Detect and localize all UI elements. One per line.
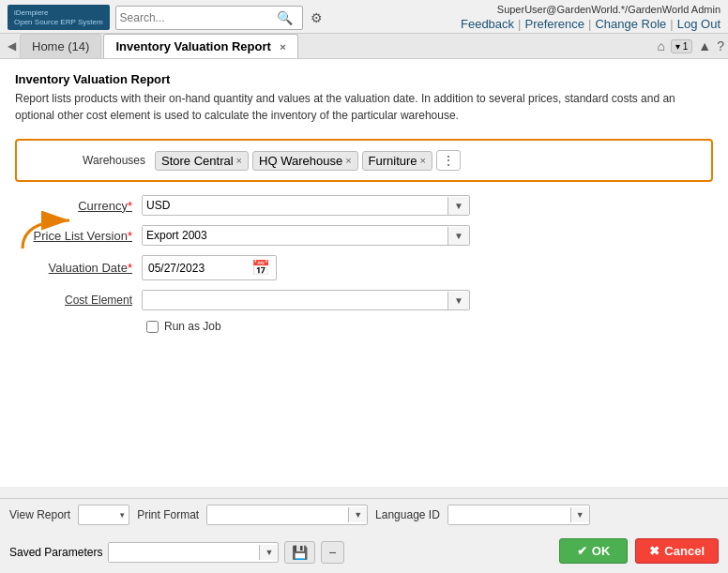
tab-inventory-valuation[interactable]: Inventory Valuation Report × xyxy=(103,34,297,58)
price-list-dropdown-arrow[interactable]: ▼ xyxy=(447,227,469,245)
cost-element-row: Cost Element ▼ xyxy=(15,290,713,310)
user-info: SuperUser@GardenWorld.*/GardenWorld Admi… xyxy=(497,4,720,15)
print-format-select[interactable] xyxy=(207,505,348,524)
log-out-link[interactable]: Log Out xyxy=(677,17,720,31)
logo-sub: Open Source ERP System xyxy=(14,18,103,27)
language-id-dropdown-arrow[interactable]: ▼ xyxy=(570,507,589,522)
currency-label: Currency* xyxy=(15,199,142,213)
saved-parameters-dropdown-arrow[interactable]: ▼ xyxy=(259,545,278,560)
saved-parameters-wrapper: ▼ xyxy=(108,542,279,563)
view-report-label: View Report xyxy=(9,508,70,521)
currency-dropdown-arrow[interactable]: ▼ xyxy=(447,197,469,215)
tag-furniture: Furniture × xyxy=(362,151,432,171)
saved-parameters-row: Saved Parameters ▼ 💾 − xyxy=(9,541,344,564)
logo: iDempiere Open Source ERP System xyxy=(8,5,110,30)
top-bar: iDempiere Open Source ERP System 🔍 ⚙ Sup… xyxy=(0,0,728,34)
ok-button[interactable]: ✔ OK xyxy=(559,538,629,564)
tab-active-label: Inventory Valuation Report xyxy=(115,39,270,53)
cancel-icon: ✖ xyxy=(649,544,660,558)
price-list-dropdown-wrapper: Export 2003 ▼ xyxy=(142,225,470,246)
report-title: Inventory Valuation Report xyxy=(15,72,713,86)
cancel-label: Cancel xyxy=(664,544,705,558)
tab-close-button[interactable]: × xyxy=(280,41,285,53)
warehouses-row: Warehouses Store Central × HQ Warehouse … xyxy=(28,150,700,171)
nav-up-button[interactable]: ▲ xyxy=(698,38,711,53)
valuation-date-input[interactable] xyxy=(143,259,246,278)
preference-link[interactable]: Preference xyxy=(524,17,584,31)
currency-row: Currency* USD ▼ xyxy=(15,195,713,216)
valuation-date-label: Valuation Date* xyxy=(15,261,142,275)
tag-store-central: Store Central × xyxy=(155,151,249,171)
cost-element-select[interactable] xyxy=(143,291,447,309)
cost-element-dropdown-arrow[interactable]: ▼ xyxy=(447,292,469,309)
calendar-button[interactable]: 📅 xyxy=(246,256,276,279)
tab-bar-right: ⌂ ▾ 1 ▲ ? xyxy=(658,38,724,53)
saved-parameters-select[interactable] xyxy=(109,543,259,562)
warehouse-more-button[interactable]: ⋮ xyxy=(436,150,461,171)
bottom-toolbar: View Report Print Format ▼ Language ID ▼ xyxy=(0,498,728,531)
language-id-select[interactable] xyxy=(448,505,570,524)
language-id-label: Language ID xyxy=(375,508,440,521)
run-as-job-row: Run as Job xyxy=(146,320,713,333)
top-bar-left: iDempiere Open Source ERP System 🔍 ⚙ xyxy=(8,5,325,30)
run-as-job-checkbox[interactable] xyxy=(146,321,159,333)
search-button[interactable]: 🔍 xyxy=(275,8,295,27)
price-list-row: Price List Version* Export 2003 ▼ xyxy=(15,225,713,246)
delete-parameters-button[interactable]: − xyxy=(321,541,343,564)
print-format-dropdown-arrow[interactable]: ▼ xyxy=(348,507,367,522)
tag-hq-warehouse: HQ Warehouse × xyxy=(252,151,358,171)
tab-home[interactable]: Home (14) xyxy=(20,34,101,58)
cancel-button[interactable]: ✖ Cancel xyxy=(635,538,719,564)
tag-furniture-remove[interactable]: × xyxy=(420,155,426,166)
print-format-label: Print Format xyxy=(137,508,199,521)
tag-store-central-remove[interactable]: × xyxy=(236,155,242,166)
help-button[interactable]: ? xyxy=(717,38,724,53)
action-buttons: ✔ OK ✖ Cancel xyxy=(559,538,719,564)
ok-label: OK xyxy=(592,544,611,558)
saved-parameters-label: Saved Parameters xyxy=(9,546,102,559)
tab-nav-left[interactable]: ◀ xyxy=(4,36,20,56)
run-as-job-label[interactable]: Run as Job xyxy=(164,320,221,333)
warehouses-label: Warehouses xyxy=(28,154,155,167)
ok-icon: ✔ xyxy=(577,544,587,558)
top-bar-right: SuperUser@GardenWorld.*/GardenWorld Admi… xyxy=(461,4,720,31)
valuation-date-wrapper: 📅 xyxy=(142,255,277,280)
network-icon-button[interactable]: ⚙ xyxy=(309,8,325,27)
price-list-select[interactable]: Export 2003 xyxy=(143,226,447,245)
search-bar: 🔍 xyxy=(115,6,303,30)
cost-element-label: Cost Element xyxy=(15,294,142,307)
currency-dropdown-wrapper: USD ▼ xyxy=(142,195,470,216)
save-parameters-button[interactable]: 💾 xyxy=(284,541,315,564)
valuation-date-row: Valuation Date* 📅 xyxy=(15,255,713,280)
price-list-label: Price List Version* xyxy=(15,229,142,243)
tab-count-badge: ▾ 1 xyxy=(671,39,692,53)
search-input[interactable] xyxy=(120,11,275,24)
main-content: Inventory Valuation Report Report lists … xyxy=(0,59,728,487)
change-role-link[interactable]: Change Role xyxy=(595,17,666,31)
cost-element-dropdown-wrapper: ▼ xyxy=(142,290,470,310)
warehouses-section: Warehouses Store Central × HQ Warehouse … xyxy=(15,139,713,182)
tab-bar: ◀ Home (14) Inventory Valuation Report ×… xyxy=(0,34,728,59)
tab-home-label: Home (14) xyxy=(32,39,89,53)
view-report-select[interactable] xyxy=(78,505,129,525)
tag-hq-warehouse-remove[interactable]: × xyxy=(345,155,351,166)
report-description: Report lists products with their on-hand… xyxy=(15,90,713,124)
language-id-wrapper: ▼ xyxy=(447,505,590,525)
feedback-link[interactable]: Feedback xyxy=(461,17,514,31)
top-links: Feedback | Preference | Change Role | Lo… xyxy=(461,17,720,31)
view-report-select-wrap xyxy=(78,505,129,525)
print-format-wrapper: ▼ xyxy=(206,505,368,525)
currency-select[interactable]: USD xyxy=(143,196,447,215)
logo-main: iDempiere xyxy=(14,8,103,18)
home-icon-button[interactable]: ⌂ xyxy=(658,38,665,53)
warehouse-tags-container: Store Central × HQ Warehouse × Furniture… xyxy=(155,150,700,171)
